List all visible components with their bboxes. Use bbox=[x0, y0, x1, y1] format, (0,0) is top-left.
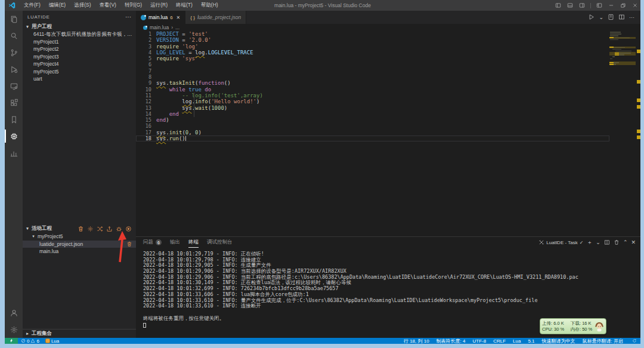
code-line-8[interactable]: 8 bbox=[136, 74, 609, 80]
toggle-secondary-sidebar-icon[interactable] bbox=[577, 0, 587, 11]
remote-indicator[interactable] bbox=[5, 338, 18, 344]
customize-layout-icon[interactable] bbox=[594, 0, 605, 11]
menu-item[interactable]: 编辑(E) bbox=[45, 1, 69, 10]
language-status[interactable]: Lua bbox=[42, 338, 62, 344]
panel-tab-输出[interactable]: 输出 bbox=[170, 237, 180, 248]
code-line-12[interactable]: 12 log.info('Hello world!') bbox=[136, 98, 609, 104]
code-line-5[interactable]: 5require 'sys' bbox=[136, 56, 609, 61]
bug-icon[interactable] bbox=[115, 225, 122, 232]
trash-icon[interactable] bbox=[126, 241, 132, 247]
user-project-item[interactable]: myProject5 bbox=[23, 68, 136, 76]
user-project-item[interactable]: myProject2 bbox=[23, 45, 136, 53]
status-item[interactable]: 快速翻译为中文 bbox=[538, 338, 579, 344]
code-line-2[interactable]: 2VERSION = '2.0.0' bbox=[136, 37, 609, 43]
toggle-panel-icon[interactable] bbox=[565, 0, 575, 11]
more-icon[interactable]: ··· bbox=[629, 14, 634, 20]
code-line-4[interactable]: 4LOG_LEVEL = log.LOGLEVEL_TRACE bbox=[136, 50, 609, 56]
minimize-icon[interactable] bbox=[606, 0, 617, 11]
menu-item[interactable]: 终端(T) bbox=[172, 1, 196, 10]
section-project-collection[interactable]: ▸ 工程集合 bbox=[23, 329, 136, 338]
explorer-icon[interactable] bbox=[5, 11, 23, 27]
breadcrumb-file[interactable]: main.lua bbox=[150, 24, 169, 30]
new-terminal-icon[interactable]: ＋ bbox=[587, 239, 592, 245]
restore-icon[interactable] bbox=[618, 0, 628, 11]
user-project-item[interactable]: myProject1 bbox=[23, 38, 136, 46]
panel-tab-终端[interactable]: 终端 bbox=[188, 237, 199, 248]
code-line-13[interactable]: 13 sys.wait(1000) bbox=[136, 105, 609, 111]
close-icon[interactable]: ✕ bbox=[177, 15, 181, 20]
status-item[interactable]: 行 18, 列 10 bbox=[400, 338, 433, 344]
panel-tab-调试控制台[interactable]: 调试控制台 bbox=[207, 237, 233, 248]
code-line-1[interactable]: 1PROJECT = 'test' bbox=[136, 31, 609, 37]
code-line-15[interactable]: 15end) bbox=[136, 117, 609, 123]
status-item[interactable]: 5.1 bbox=[524, 338, 538, 344]
user-project-item[interactable]: uart bbox=[23, 75, 136, 83]
menu-item[interactable]: 文件(F) bbox=[20, 1, 44, 10]
status-item[interactable]: 制表符长度: 4 bbox=[433, 338, 469, 344]
status-item[interactable]: UTF-8 bbox=[469, 338, 490, 344]
code-line-11[interactable]: 11 -- log.info('test',array) bbox=[136, 93, 609, 98]
breadcrumb[interactable]: main.lua › ... bbox=[136, 24, 640, 31]
active-project-root[interactable]: ▾ myProject5 bbox=[23, 233, 136, 241]
menu-item[interactable]: 选择(S) bbox=[70, 1, 94, 10]
kill-terminal-icon[interactable] bbox=[614, 237, 620, 248]
user-project-item[interactable]: 6411-每次下载后开机播放的音频有卡顿，重启后卡... bbox=[23, 30, 136, 38]
user-project-item[interactable]: myProject3 bbox=[23, 53, 136, 61]
luatide-icon[interactable] bbox=[5, 128, 23, 144]
run-icon[interactable] bbox=[125, 225, 132, 232]
gear-icon[interactable] bbox=[86, 225, 94, 232]
section-user-projects[interactable]: ▾ 用户工程 bbox=[23, 23, 136, 30]
menu-item[interactable]: 帮助(H) bbox=[197, 1, 222, 10]
problems-status[interactable]: 0 6 bbox=[18, 338, 42, 344]
export-icon[interactable] bbox=[106, 225, 113, 232]
run-and-debug-icon[interactable] bbox=[5, 61, 23, 78]
account-icon[interactable] bbox=[5, 304, 23, 321]
dropdown-icon[interactable]: ⌄ bbox=[596, 239, 600, 245]
menu-item[interactable]: 运行(R) bbox=[147, 1, 171, 10]
dropdown-icon[interactable]: ⌄ bbox=[599, 14, 603, 20]
breadcrumb-more[interactable]: ... bbox=[175, 24, 179, 30]
code-line-14[interactable]: 14 end bbox=[136, 111, 609, 117]
code-editor[interactable]: 1PROJECT = 'test'2VERSION = '2.0.0'3requ… bbox=[136, 31, 609, 236]
code-line-7[interactable]: 7 bbox=[136, 68, 609, 74]
bookmarks-icon[interactable] bbox=[5, 111, 23, 128]
overview-ruler[interactable] bbox=[637, 11, 640, 236]
close-icon[interactable] bbox=[630, 0, 640, 11]
sidebar-more-icon[interactable]: ··· bbox=[125, 14, 131, 20]
extensions-icon[interactable] bbox=[5, 94, 23, 111]
run-file-icon[interactable] bbox=[608, 12, 614, 23]
shuffle-icon[interactable] bbox=[96, 225, 103, 232]
code-line-6[interactable]: 6 bbox=[136, 61, 609, 67]
menu-item[interactable]: 查看(V) bbox=[96, 1, 120, 10]
search-icon[interactable] bbox=[5, 27, 23, 44]
user-project-item[interactable]: myProject4 bbox=[23, 60, 136, 68]
editor-tab-main.lua[interactable]: main.lua6✕ bbox=[136, 11, 185, 24]
minimap[interactable] bbox=[609, 31, 636, 65]
trash-icon[interactable] bbox=[77, 225, 84, 232]
status-item[interactable]: CRLF bbox=[490, 338, 509, 344]
terminal-task-label[interactable]: LuatIDE - Task ✓ bbox=[538, 239, 583, 245]
refresh-translate-icon[interactable] bbox=[629, 338, 640, 344]
code-line-16[interactable]: 16 bbox=[136, 123, 609, 129]
code-line-18[interactable]: 18sys.run() bbox=[136, 135, 609, 141]
status-item[interactable]: Lua bbox=[509, 338, 524, 344]
settings-icon[interactable] bbox=[5, 321, 23, 338]
remote-simulator-icon[interactable] bbox=[5, 78, 23, 94]
project-file-luatide_project.json[interactable]: luatide_project.json bbox=[23, 241, 136, 248]
code-line-17[interactable]: 17sys.init(0, 0) bbox=[136, 130, 609, 135]
toggle-primary-sidebar-icon[interactable] bbox=[553, 0, 564, 11]
code-line-9[interactable]: 9sys.taskInit(function() bbox=[136, 80, 609, 86]
source-control-icon[interactable] bbox=[5, 44, 23, 61]
editor-tab-luatide_project.json[interactable]: { }luatide_project.json bbox=[185, 11, 246, 24]
status-item[interactable]: 鼠标悬停翻译: 开启 bbox=[579, 338, 627, 344]
maximize-panel-icon[interactable]: ⌃ bbox=[623, 239, 628, 245]
statistics-icon[interactable] bbox=[5, 144, 23, 161]
panel-tab-问题[interactable]: 问题6 bbox=[143, 237, 162, 248]
menu-item[interactable]: 转到(G) bbox=[121, 1, 145, 10]
run-icon[interactable] bbox=[588, 12, 595, 23]
close-panel-icon[interactable]: ✕ bbox=[631, 239, 636, 245]
split-editor-icon[interactable] bbox=[618, 12, 625, 23]
project-file-main.lua[interactable]: main.lua bbox=[23, 248, 136, 255]
code-line-10[interactable]: 10 while true do bbox=[136, 87, 609, 93]
code-line-3[interactable]: 3require 'log' bbox=[136, 44, 609, 50]
